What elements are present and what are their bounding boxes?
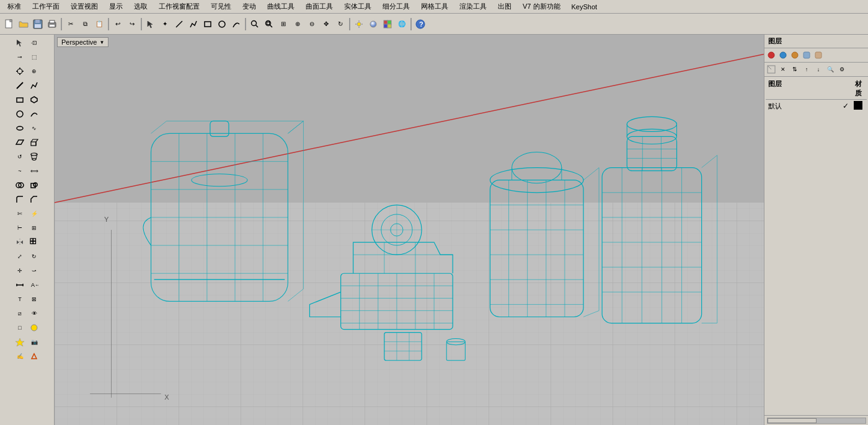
layer-sort-btn[interactable]: ⇅ [789, 64, 800, 75]
loft-btn[interactable] [27, 150, 41, 164]
open-button[interactable] [17, 17, 30, 31]
surface-tool-btn[interactable] [13, 136, 27, 149]
menu-standard[interactable]: 标准 [2, 1, 26, 12]
viewport-label[interactable]: Perspective ▼ [57, 37, 108, 47]
layer-row-default[interactable]: 默认 ✓ [766, 100, 867, 112]
new-button[interactable] [2, 17, 16, 31]
layer-up-btn[interactable]: ↑ [801, 64, 812, 75]
undo-button[interactable]: ↩ [111, 17, 125, 31]
circle-button[interactable] [215, 17, 229, 31]
material-button[interactable] [381, 17, 394, 31]
layer-expand-btn[interactable] [766, 64, 777, 75]
boolean-diff-btn[interactable] [27, 178, 41, 192]
viewport-dropdown-arrow[interactable]: ▼ [99, 40, 104, 45]
point-button[interactable]: ✦ [158, 17, 172, 31]
boolean-union-btn[interactable] [13, 178, 27, 192]
scroll-thumb[interactable] [768, 418, 817, 423]
polyline-tool-btn[interactable] [27, 79, 41, 92]
arc-tool-btn[interactable] [27, 107, 41, 121]
light-tool-btn[interactable] [13, 335, 27, 349]
freeform-btn[interactable]: ∿ [27, 121, 41, 135]
arc-button[interactable] [229, 17, 243, 31]
layer-search-btn[interactable]: 🔍 [825, 64, 836, 75]
move-subobj-btn[interactable]: ⤻ [27, 264, 41, 278]
right-panel-scrollbar[interactable] [764, 415, 868, 425]
layer-material-btn[interactable] [813, 50, 824, 61]
zoom-window-button[interactable] [262, 17, 276, 31]
cam-btn[interactable]: 📷 [27, 335, 41, 349]
menu-setview[interactable]: 设置视图 [66, 1, 103, 12]
print-button[interactable] [45, 17, 59, 31]
fillet-btn[interactable] [13, 193, 27, 206]
join-btn[interactable]: ⊢ [13, 221, 27, 235]
gumball-btn[interactable]: ⊕ [27, 64, 41, 78]
select-pts-btn[interactable]: ·⊡ [27, 36, 41, 50]
select-region-btn[interactable]: ⬚ [27, 50, 41, 64]
menu-display[interactable]: 显示 [104, 1, 128, 12]
menu-v7-new[interactable]: V7 的新功能 [518, 1, 565, 12]
offset-btn[interactable]: ⟺ [27, 164, 41, 178]
snappy-btn[interactable] [27, 349, 41, 363]
zoom-extent-button[interactable]: ⊞ [277, 17, 290, 31]
menu-surface-tools[interactable]: 曲面工具 [301, 1, 338, 12]
polygon-tool-btn[interactable] [27, 93, 41, 107]
menu-select[interactable]: 选取 [129, 1, 153, 12]
blend-btn[interactable]: ~ [13, 164, 27, 178]
zoom-in-button[interactable]: ⊕ [291, 17, 304, 31]
help-button[interactable]: ? [414, 17, 427, 31]
menu-transform[interactable]: 变动 [237, 1, 261, 12]
viewport-area[interactable]: Y X [55, 35, 764, 425]
menu-keyshot[interactable]: KeyShot [567, 2, 603, 12]
select-chain-btn[interactable]: ⊸ [13, 50, 27, 64]
revolve-btn[interactable]: ↺ [13, 150, 27, 164]
menu-solid-tools[interactable]: 实体工具 [339, 1, 376, 12]
trim-btn[interactable]: ✄ [13, 207, 27, 221]
menu-output[interactable]: 出图 [493, 1, 516, 12]
render-button[interactable] [366, 17, 380, 31]
chamfer-btn[interactable] [27, 193, 41, 206]
line-tool-btn[interactable] [13, 79, 27, 92]
layer-color-btn[interactable] [801, 50, 812, 61]
layer-down-btn[interactable]: ↓ [813, 64, 824, 75]
menu-subdiv-tools[interactable]: 细分工具 [378, 1, 415, 12]
dim-btn[interactable]: A↔ [27, 278, 41, 292]
select-button[interactable] [144, 17, 157, 31]
group-btn[interactable]: ⊞ [27, 221, 41, 235]
ellipse-tool-btn[interactable] [13, 121, 27, 135]
rotate-btn[interactable]: ↻ [27, 250, 41, 263]
zoom-out-button[interactable]: ⊖ [305, 17, 319, 31]
rectangle-button[interactable] [201, 17, 215, 31]
layer-color-swatch[interactable] [852, 101, 864, 111]
split-btn[interactable]: ⚡ [27, 207, 41, 221]
layer-visible-check[interactable]: ✓ [839, 102, 852, 110]
extrude-btn[interactable] [27, 136, 41, 149]
mirror-btn[interactable] [13, 235, 27, 249]
rotate-view-button[interactable]: ↻ [334, 17, 347, 31]
menu-curve-tools[interactable]: 曲线工具 [262, 1, 299, 12]
scroll-track[interactable] [767, 418, 866, 424]
text-btn[interactable]: T [13, 292, 27, 306]
menu-viewport-config[interactable]: 工作视窗配置 [154, 1, 205, 12]
redo-button[interactable]: ↪ [125, 17, 139, 31]
layer-new-btn[interactable] [766, 50, 777, 61]
grab-btn[interactable] [13, 64, 27, 78]
layer-options-btn[interactable]: ⚙ [836, 64, 848, 75]
menu-visibility[interactable]: 可见性 [206, 1, 236, 12]
hatch-btn[interactable]: ⊠ [27, 292, 41, 306]
layer-delete-btn[interactable] [789, 50, 800, 61]
light-button[interactable] [352, 17, 366, 31]
menu-workplane[interactable]: 工作平面 [27, 1, 64, 12]
menu-render-tools[interactable]: 渲染工具 [454, 1, 492, 12]
layer-filter-clear-btn[interactable]: ✕ [777, 64, 789, 75]
cut-button[interactable]: ✂ [64, 17, 78, 31]
layer-props-btn[interactable] [777, 50, 789, 61]
block-btn[interactable]: ⧄ [13, 307, 27, 320]
polyline-button[interactable] [187, 17, 200, 31]
search-button[interactable] [248, 17, 262, 31]
rect-tool-btn[interactable] [13, 93, 27, 107]
menu-mesh-tools[interactable]: 网格工具 [416, 1, 453, 12]
pan-button[interactable]: ✥ [319, 17, 333, 31]
paste-button[interactable]: 📋 [92, 17, 106, 31]
annotate-btn[interactable]: ✍ [13, 349, 27, 363]
copy-button[interactable]: ⧉ [78, 17, 92, 31]
